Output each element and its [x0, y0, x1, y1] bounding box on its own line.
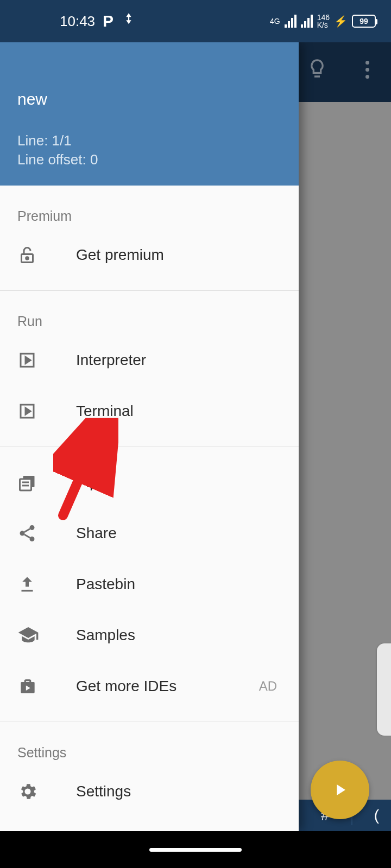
- section-run: Run Interpreter Terminal: [0, 291, 299, 447]
- menu-samples[interactable]: Samples: [0, 610, 299, 661]
- menu-label: Settings: [76, 783, 281, 800]
- library-icon: [17, 473, 76, 492]
- gear-icon: [17, 781, 76, 802]
- menu-more-ides[interactable]: Get more IDEs AD: [0, 661, 299, 712]
- drawer-header: new Line: 1/1 Line offset: 0: [0, 42, 299, 186]
- network-type: 4G: [270, 17, 280, 25]
- menu-label: Get more IDEs: [76, 678, 259, 695]
- status-app-icon-2: [121, 12, 136, 31]
- run-fab[interactable]: [311, 761, 369, 819]
- menu-interpreter[interactable]: Interpreter: [0, 335, 299, 386]
- svg-point-9: [20, 531, 25, 536]
- section-settings: Settings Settings: [0, 722, 299, 827]
- graduation-icon: [17, 624, 76, 646]
- share-icon: [17, 524, 76, 543]
- menu-label: Pip: [76, 474, 281, 491]
- nav-drawer: new Line: 1/1 Line offset: 0 Premium Get…: [0, 42, 299, 831]
- menu-pastebin[interactable]: Pastebin: [0, 559, 299, 610]
- menu-label: Get premium: [76, 246, 281, 264]
- system-nav-bar: [0, 831, 391, 868]
- section-header-run: Run: [0, 301, 299, 335]
- section-premium: Premium Get premium: [0, 186, 299, 291]
- svg-point-8: [30, 525, 35, 530]
- file-name: new: [17, 90, 281, 108]
- unlock-icon: [17, 245, 76, 265]
- briefcase-play-icon: [17, 676, 76, 697]
- play-box-icon: [17, 350, 76, 370]
- offset-info: Line offset: 0: [17, 150, 281, 169]
- menu-pip[interactable]: Pip: [0, 457, 299, 508]
- gesture-pill[interactable]: [149, 848, 242, 852]
- menu-terminal[interactable]: Terminal: [0, 386, 299, 437]
- svg-rect-11: [22, 590, 33, 592]
- data-rate: 146 K/s: [317, 14, 330, 29]
- menu-share[interactable]: Share: [0, 508, 299, 559]
- ad-badge: AD: [259, 679, 277, 694]
- signal-icon-2: [301, 15, 313, 28]
- section-header-premium: Premium: [0, 195, 299, 229]
- svg-rect-6: [22, 482, 29, 483]
- menu-label: Terminal: [76, 403, 281, 420]
- menu-label: Samples: [76, 627, 281, 644]
- menu-label: Pastebin: [76, 576, 281, 593]
- status-time: 10:43: [60, 13, 95, 30]
- symbol-paren[interactable]: (: [374, 807, 379, 824]
- battery-icon: 99: [352, 15, 376, 28]
- menu-settings[interactable]: Settings: [0, 766, 299, 817]
- section-tools: Pip Share Pastebin: [0, 447, 299, 722]
- menu-get-premium[interactable]: Get premium: [0, 229, 299, 280]
- status-bar: 10:43 P 4G 146 K/s ⚡ 99: [0, 0, 391, 42]
- svg-point-10: [30, 537, 35, 541]
- charging-icon: ⚡: [334, 15, 348, 28]
- svg-point-1: [26, 257, 29, 260]
- scroll-handle[interactable]: [377, 643, 391, 736]
- line-info: Line: 1/1: [17, 131, 281, 150]
- play-box-icon: [17, 401, 76, 421]
- menu-label: Share: [76, 525, 281, 542]
- signal-icon: [285, 15, 297, 28]
- upload-icon: [17, 575, 76, 594]
- menu-label: Interpreter: [76, 352, 281, 369]
- status-app-icon: P: [103, 12, 113, 30]
- svg-rect-7: [22, 485, 29, 487]
- section-header-settings: Settings: [0, 732, 299, 766]
